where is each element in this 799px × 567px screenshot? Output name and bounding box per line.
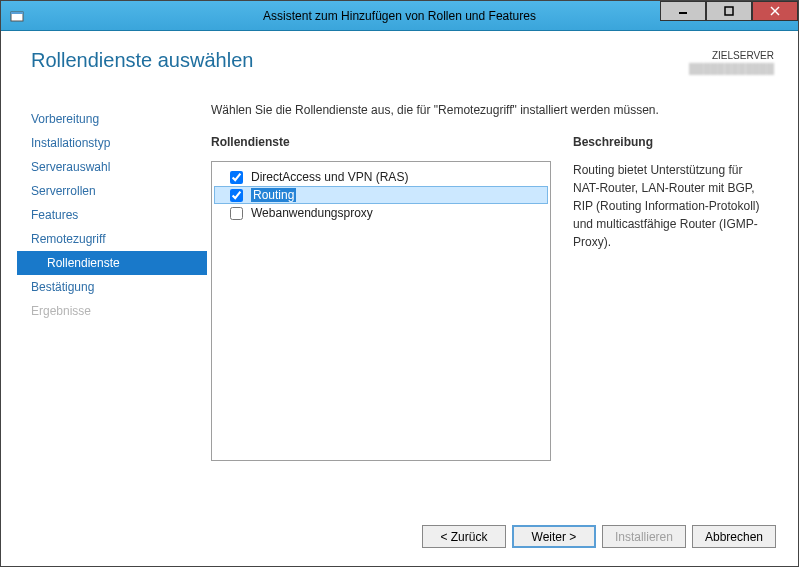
columns: Rollendienste DirectAccess und VPN (RAS)… bbox=[211, 135, 772, 513]
app-icon bbox=[9, 8, 25, 24]
nav-item-serverrollen[interactable]: Serverrollen bbox=[17, 179, 207, 203]
window-controls bbox=[660, 1, 798, 30]
svg-rect-3 bbox=[725, 7, 733, 15]
role-service-item[interactable]: DirectAccess und VPN (RAS) bbox=[214, 168, 548, 186]
description-text: Routing bietet Unterstützung für NAT-Rou… bbox=[573, 161, 772, 251]
nav-item-installationstyp[interactable]: Installationstyp bbox=[17, 131, 207, 155]
minimize-button[interactable] bbox=[660, 1, 706, 21]
content-area: Rollendienste auswählen ZIELSERVER █████… bbox=[1, 31, 798, 566]
intro-text: Wählen Sie die Rollendienste aus, die fü… bbox=[211, 103, 772, 117]
back-button[interactable]: < Zurück bbox=[422, 525, 506, 548]
role-service-label: DirectAccess und VPN (RAS) bbox=[251, 170, 408, 184]
nav-item-serverauswahl[interactable]: Serverauswahl bbox=[17, 155, 207, 179]
role-service-item[interactable]: Routing bbox=[214, 186, 548, 204]
role-service-checkbox[interactable] bbox=[230, 207, 243, 220]
button-row: < Zurück Weiter > Installieren Abbrechen bbox=[17, 513, 782, 550]
role-services-listbox[interactable]: DirectAccess und VPN (RAS)RoutingWebanwe… bbox=[211, 161, 551, 461]
install-button[interactable]: Installieren bbox=[602, 525, 686, 548]
role-service-checkbox[interactable] bbox=[230, 189, 243, 202]
target-server-label: ZIELSERVER bbox=[689, 49, 774, 62]
header-row: Rollendienste auswählen ZIELSERVER █████… bbox=[17, 49, 782, 75]
role-service-checkbox[interactable] bbox=[230, 171, 243, 184]
role-services-title: Rollendienste bbox=[211, 135, 551, 149]
nav-item-rollendienste[interactable]: Rollendienste bbox=[17, 251, 207, 275]
nav-item-bestätigung[interactable]: Bestätigung bbox=[17, 275, 207, 299]
target-server: ZIELSERVER ████████████ bbox=[689, 49, 774, 75]
main-panel: Wählen Sie die Rollendienste aus, die fü… bbox=[207, 103, 782, 513]
wizard-nav: VorbereitungInstallationstypServerauswah… bbox=[17, 103, 207, 513]
titlebar: Assistent zum Hinzufügen von Rollen und … bbox=[1, 1, 798, 31]
nav-item-ergebnisse: Ergebnisse bbox=[17, 299, 207, 323]
nav-item-remotezugriff[interactable]: Remotezugriff bbox=[17, 227, 207, 251]
nav-item-features[interactable]: Features bbox=[17, 203, 207, 227]
cancel-button[interactable]: Abbrechen bbox=[692, 525, 776, 548]
role-service-label: Webanwendungsproxy bbox=[251, 206, 373, 220]
next-button[interactable]: Weiter > bbox=[512, 525, 596, 548]
maximize-button[interactable] bbox=[706, 1, 752, 21]
role-service-item[interactable]: Webanwendungsproxy bbox=[214, 204, 548, 222]
page-title: Rollendienste auswählen bbox=[31, 49, 253, 72]
role-service-label: Routing bbox=[251, 188, 296, 202]
body-row: VorbereitungInstallationstypServerauswah… bbox=[17, 103, 782, 513]
role-services-column: Rollendienste DirectAccess und VPN (RAS)… bbox=[211, 135, 551, 513]
nav-item-vorbereitung[interactable]: Vorbereitung bbox=[17, 107, 207, 131]
description-title: Beschreibung bbox=[573, 135, 772, 149]
target-server-name: ████████████ bbox=[689, 62, 774, 75]
close-button[interactable] bbox=[752, 1, 798, 21]
svg-rect-1 bbox=[11, 12, 23, 14]
description-column: Beschreibung Routing bietet Unterstützun… bbox=[551, 135, 772, 513]
